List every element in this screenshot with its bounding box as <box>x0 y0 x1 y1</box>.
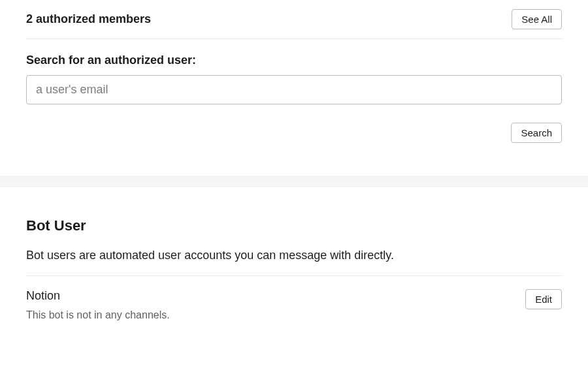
bot-name: Notion <box>26 289 170 303</box>
bot-row: Notion This bot is not in any channels. … <box>26 276 562 321</box>
authorized-members-heading: 2 authorized members <box>26 12 151 26</box>
search-button[interactable]: Search <box>511 123 562 143</box>
bot-info: Notion This bot is not in any channels. <box>26 289 170 321</box>
bot-status: This bot is not in any channels. <box>26 309 170 321</box>
bot-user-title: Bot User <box>26 217 562 234</box>
members-header-row: 2 authorized members See All <box>26 9 562 29</box>
divider <box>26 39 562 39</box>
edit-button[interactable]: Edit <box>525 289 562 309</box>
search-input[interactable] <box>26 75 562 104</box>
see-all-button[interactable]: See All <box>512 9 562 29</box>
section-gap <box>0 176 588 187</box>
search-label: Search for an authorized user: <box>26 54 562 67</box>
bot-user-description: Bot users are automated user accounts yo… <box>26 249 562 262</box>
search-button-row: Search <box>26 123 562 143</box>
